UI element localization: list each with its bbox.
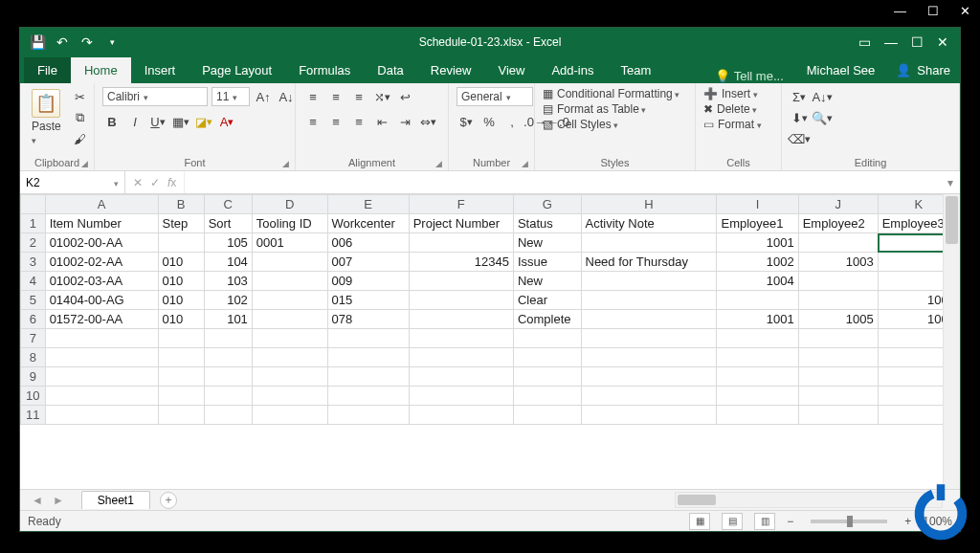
cell-C4[interactable]: 103 (204, 272, 252, 291)
cell-B2[interactable] (158, 233, 204, 253)
app-maximize-icon[interactable]: ☐ (911, 34, 924, 50)
col-header-J[interactable]: J (798, 195, 878, 214)
cell-B6[interactable]: 010 (158, 310, 204, 329)
number-launcher-icon[interactable]: ◢ (522, 159, 528, 168)
italic-button[interactable]: I (125, 112, 145, 131)
cell-B10[interactable] (158, 387, 204, 406)
cell-A4[interactable]: 01002-03-AA (45, 272, 158, 291)
cell-I2[interactable]: 1001 (717, 233, 798, 253)
alignment-launcher-icon[interactable]: ◢ (435, 159, 442, 168)
cell-F9[interactable] (409, 367, 513, 387)
cell-J4[interactable] (798, 272, 878, 291)
zoom-out-button[interactable]: − (787, 515, 793, 528)
cell-A8[interactable] (45, 348, 158, 367)
tab-data[interactable]: Data (364, 57, 416, 83)
decrease-font-icon[interactable]: A↓ (277, 87, 296, 106)
row-header-9[interactable]: 9 (21, 367, 46, 387)
cell-A9[interactable] (45, 367, 158, 387)
conditional-formatting-button[interactable]: ▦Conditional Formatting (543, 87, 679, 100)
cell-H9[interactable] (581, 367, 717, 387)
cell-G9[interactable] (513, 367, 581, 387)
os-minimize-icon[interactable]: — (894, 4, 906, 18)
cell-B3[interactable]: 010 (158, 253, 204, 272)
cell-F11[interactable] (409, 406, 513, 425)
zoom-level[interactable]: 100% (923, 515, 952, 528)
cell-C7[interactable] (204, 329, 252, 348)
cell-D5[interactable] (252, 291, 327, 310)
redo-icon[interactable]: ↷ (79, 34, 95, 50)
paste-button[interactable]: Paste (28, 87, 65, 148)
tab-review[interactable]: Review (417, 57, 485, 83)
name-box[interactable]: K2 (20, 171, 125, 193)
cell-C9[interactable] (204, 367, 252, 387)
cell-D10[interactable] (252, 387, 327, 406)
col-header-C[interactable]: C (204, 195, 252, 214)
font-color-button[interactable]: A▾ (217, 112, 236, 131)
cell-J1[interactable]: Employee2 (798, 214, 878, 233)
cell-F8[interactable] (409, 348, 513, 367)
cell-F3[interactable]: 12345 (409, 253, 513, 272)
zoom-in-button[interactable]: + (904, 515, 911, 528)
cell-J10[interactable] (798, 387, 878, 406)
cell-D6[interactable] (252, 310, 327, 329)
percent-icon[interactable]: % (479, 112, 499, 131)
cell-E4[interactable]: 009 (327, 272, 409, 291)
app-minimize-icon[interactable]: — (884, 34, 898, 50)
cell-G8[interactable] (513, 348, 581, 367)
cell-H2[interactable] (581, 233, 717, 253)
row-header-8[interactable]: 8 (21, 348, 46, 367)
cell-J6[interactable]: 1005 (798, 310, 878, 329)
cell-E10[interactable] (327, 387, 409, 406)
col-header-E[interactable]: E (327, 195, 409, 214)
tab-formulas[interactable]: Formulas (285, 57, 364, 83)
os-maximize-icon[interactable]: ☐ (927, 4, 939, 18)
fill-icon[interactable]: ⬇▾ (790, 108, 809, 127)
cell-C11[interactable] (204, 406, 252, 425)
cell-B1[interactable]: Step (158, 214, 204, 233)
cell-J3[interactable]: 1003 (798, 253, 878, 272)
col-header-B[interactable]: B (158, 195, 204, 214)
undo-icon[interactable]: ↶ (55, 34, 70, 50)
cell-A3[interactable]: 01002-02-AA (45, 253, 158, 272)
cell-H3[interactable]: Need for Thursday (581, 253, 717, 272)
cell-G3[interactable]: Issue (513, 253, 581, 272)
tab-home[interactable]: Home (71, 57, 131, 83)
format-painter-icon[interactable]: 🖌 (71, 129, 90, 148)
cell-G6[interactable]: Complete (513, 310, 581, 329)
qat-customize-icon[interactable]: ▾ (104, 34, 120, 50)
cell-B8[interactable] (158, 348, 204, 367)
enter-formula-icon[interactable]: ✓ (150, 176, 160, 189)
sheet-nav-next-icon[interactable]: ► (53, 494, 64, 507)
cell-D9[interactable] (252, 367, 327, 387)
add-sheet-button[interactable]: ＋ (160, 492, 177, 509)
autosum-icon[interactable]: Σ▾ (790, 87, 809, 106)
row-header-10[interactable]: 10 (21, 387, 46, 406)
col-header-F[interactable]: F (409, 195, 513, 214)
normal-view-button[interactable]: ▦ (689, 513, 710, 530)
cell-H8[interactable] (581, 348, 717, 367)
wrap-text-icon[interactable]: ↩ (395, 87, 414, 106)
cell-G11[interactable] (513, 406, 581, 425)
cell-H6[interactable] (581, 310, 717, 329)
align-right-icon[interactable]: ≡ (349, 112, 368, 131)
cell-B4[interactable]: 010 (158, 272, 204, 291)
app-close-icon[interactable]: ✕ (937, 34, 948, 50)
cell-D8[interactable] (252, 348, 327, 367)
orientation-icon[interactable]: ⤭▾ (372, 87, 391, 106)
expand-formula-bar-icon[interactable]: ▾ (941, 171, 960, 193)
row-header-3[interactable]: 3 (21, 253, 46, 272)
cell-C2[interactable]: 105 (204, 233, 252, 253)
cell-A1[interactable]: Item Number (45, 214, 158, 233)
tab-file[interactable]: File (24, 57, 71, 83)
format-cells-button[interactable]: ▭Format (703, 118, 762, 131)
cell-H11[interactable] (581, 406, 717, 425)
cell-E11[interactable] (327, 406, 409, 425)
increase-font-icon[interactable]: A↑ (254, 87, 273, 106)
cell-E8[interactable] (327, 348, 409, 367)
insert-cells-button[interactable]: ➕Insert (703, 87, 758, 100)
cell-H1[interactable]: Activity Note (581, 214, 717, 233)
tab-page-layout[interactable]: Page Layout (189, 57, 285, 83)
cell-C3[interactable]: 104 (204, 253, 252, 272)
cell-A6[interactable]: 01572-00-AA (45, 310, 158, 329)
cell-A10[interactable] (45, 387, 158, 406)
